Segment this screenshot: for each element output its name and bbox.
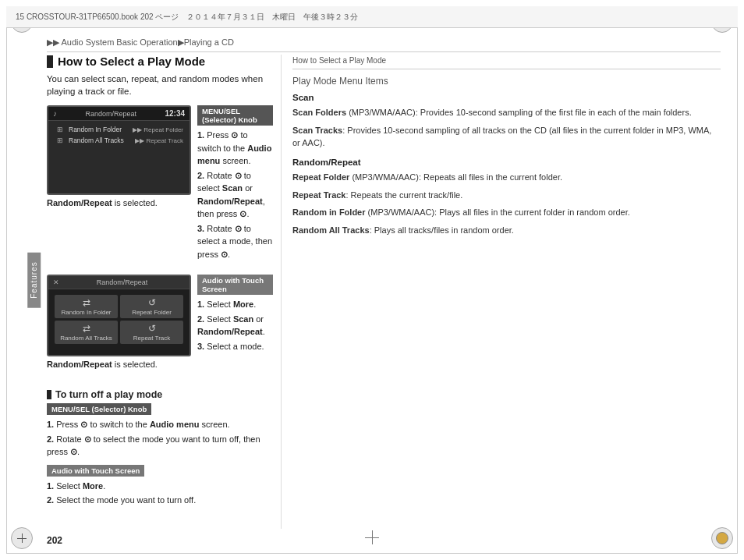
right-column: How to Select a Play Mode Play Mode Menu… [281,55,721,529]
sub-touch-instructions: Audio with Touch Screen 1. Select More. … [47,465,273,507]
screen2-grid: ⇄ Random In Folder ↺ Repeat Folder ⇄ Ran… [52,292,186,346]
header-bar: 15 CROSSTOUR-31TP66500.book 202 ページ ２０１４… [6,6,738,28]
sub-touch-step-1: 1. Select More. [47,480,273,493]
rc-random-repeat-section: Random/Repeat Repeat Folder (MP3/WMA/AAC… [292,156,721,236]
screen1-row1-label: Random In Folder [69,126,129,133]
screen1-body: ⊞ Random In Folder ▶▶ Repeat Folder ⊞ Ra… [48,121,190,149]
rc-scan-folders-text: (MP3/WMA/AAC): Provides 10-second sampli… [346,108,692,117]
screen2-caption: Random/Repeat is selected. [47,360,158,369]
instructions-menu: MENU/SEL (Selector) Knob 1. Press ⊙ to s… [197,105,273,262]
screen1-music-icon: ♪ [53,109,57,118]
screen2-btn3[interactable]: ⇄ Random All Tracks [55,321,118,344]
screen1-title: Random/Repeat [85,110,136,118]
screen1-row2-label: Random All Tracks [69,136,132,144]
rc-repeat-folder: Repeat Folder (MP3/WMA/AAC): Repeats all… [292,171,721,184]
rc-repeat-folder-label: Repeat Folder [292,172,349,182]
header-text: 15 CROSSTOUR-31TP66500.book 202 ページ ２０１４… [16,12,358,23]
screen2-caption-bold: Random/Repeat [47,360,112,369]
sub-menu-list: 1. Press ⊙ to switch to the Audio menu s… [47,418,273,459]
touch-step-2: 2. Select Scan or Random/Repeat. [197,313,273,338]
breadcrumb-divider [47,51,721,52]
instructions-touch: Audio with Touch Screen 1. Select More. … [197,275,273,354]
sub-section-title: To turn off a play mode [55,389,162,400]
menu-instr-list: 1. Press ⊙ to switch to the Audio menu s… [197,129,273,261]
rc-repeat-track-label: Repeat Track [292,190,345,200]
menu-instr-header: MENU/SEL (Selector) Knob [197,105,273,126]
sub-section-bar [47,390,51,399]
touch-step-1: 1. Select More. [197,298,273,311]
screen1-wrapper: ♪ Random/Repeat 12:34 ⊞ Random In Folder… [47,105,273,268]
rc-repeat-folder-text: (MP3/WMA/AAC): Repeats all files in the … [349,172,562,182]
sub-touch-header: Audio with Touch Screen [47,465,144,477]
rc-breadcrumb: How to Select a Play Mode [292,55,721,69]
left-column: How to Select a Play Mode You can select… [47,55,281,529]
sub-touch-step-2: 2. Select the mode you want to turn off. [47,494,273,507]
rc-repeat-track-text: : Repeats the current track/file. [345,190,462,200]
screen2-body: ⇄ Random In Folder ↺ Repeat Folder ⇄ Ran… [48,289,190,349]
menu-step-1: 1. Press ⊙ to switch to the Audio menu s… [197,129,273,168]
rc-scan-tracks: Scan Tracks: Provides 10-second sampling… [292,124,721,150]
sub-menu-step-2: 2. Rotate ⊙ to select the mode you want … [47,433,273,459]
screen1-row2-right: ▶▶ Repeat Track [135,137,183,144]
rc-random-folder: Random in Folder (MP3/WMA/AAC): Plays al… [292,206,721,219]
screen1-row1-right: ▶▶ Repeat Folder [133,126,183,133]
breadcrumb-prefix: ▶▶ [47,37,59,47]
rc-random-repeat-title: Random/Repeat [292,156,721,169]
screen2-btn2[interactable]: ↺ Repeat Folder [120,295,183,318]
features-tab: Features [27,252,41,307]
breadcrumb: ▶▶ Audio System Basic Operation▶Playing … [47,37,234,48]
rc-scan-title: Scan [292,91,721,105]
rc-scan-tracks-label: Scan Tracks [292,126,342,135]
breadcrumb-path: Audio System Basic Operation▶Playing a C… [61,37,233,47]
screen2-close-icon: ✕ [53,278,59,286]
sub-touch-list: 1. Select More. 2. Select the mode you w… [47,480,273,507]
section-title: How to Select a Play Mode [58,55,205,68]
screen2-header: ✕ Random/Repeat [48,276,190,289]
rc-random-all-label: Random All Tracks [292,225,370,235]
rc-random-all: Random All Tracks: Plays all tracks/file… [292,224,721,237]
screen1-header: ♪ Random/Repeat 12:34 [48,107,190,121]
screen1-mockup: ♪ Random/Repeat 12:34 ⊞ Random In Folder… [47,105,191,195]
screen1-row1-icon: ⊞ [55,126,66,133]
bottom-crosshair [365,530,379,544]
screen1-row1[interactable]: ⊞ Random In Folder ▶▶ Repeat Folder [52,124,186,135]
rc-random-all-text: : Plays all tracks/files in random order… [370,225,514,235]
rc-scan-folders: Scan Folders (MP3/WMA/AAC): Provides 10-… [292,106,721,119]
section-intro: You can select scan, repeat, and random … [47,73,273,97]
screen1-section: ♪ Random/Repeat 12:34 ⊞ Random In Folder… [47,105,191,217]
screen2-with-caption: ✕ Random/Repeat ⇄ Random In Folder ↺ [47,275,191,378]
touch-instr-header: Audio with Touch Screen [197,275,273,295]
sub-section-title-container: To turn off a play mode [47,389,273,400]
main-content: How to Select a Play Mode You can select… [47,55,721,529]
rc-scan-folders-label: Scan Folders [292,108,346,117]
rc-random-folder-text: (MP3/WMA/AAC): Plays all files in the cu… [366,207,630,217]
screen2-btn1[interactable]: ⇄ Random In Folder [55,295,118,318]
rc-section-title: Play Mode Menu Items [292,74,721,88]
menu-step-3: 3. Rotate ⊙ to select a mode, then press… [197,222,273,261]
screen1-caption-text: is selected. [112,198,158,207]
sub-menu-header: MENU/SEL (Selector) Knob [47,403,151,415]
page-number: 202 [47,535,62,546]
section-title-container: How to Select a Play Mode [47,55,273,68]
section-title-bar [47,55,53,68]
rc-random-folder-label: Random in Folder [292,207,366,217]
sub-menu-step-1: 1. Press ⊙ to switch to the Audio menu s… [47,418,273,431]
rc-scan-tracks-text: : Provides 10-second sampling of all tra… [292,126,711,148]
rc-repeat-track: Repeat Track: Repeats the current track/… [292,189,721,202]
touch-step-3: 3. Select a mode. [197,340,273,353]
screen2-caption-text: is selected. [112,360,158,369]
screen2-mockup: ✕ Random/Repeat ⇄ Random In Folder ↺ [47,275,191,356]
screen2-btn4[interactable]: ↺ Repeat Track [120,321,183,344]
screen1-row2[interactable]: ⊞ Random All Tracks ▶▶ Repeat Track [52,135,186,146]
screen1-caption: Random/Repeat is selected. [47,198,158,207]
screen1-time: 12:34 [165,109,185,118]
sub-menu-instructions: MENU/SEL (Selector) Knob 1. Press ⊙ to s… [47,403,273,459]
screen1-row2-icon: ⊞ [55,136,66,144]
touch-instr-list: 1. Select More. 2. Select Scan or Random… [197,298,273,353]
screen2-title: Random/Repeat [97,278,148,286]
sub-section: To turn off a play mode MENU/SEL (Select… [47,389,273,507]
menu-step-2: 2. Rotate ⊙ to select Scan or Random/Rep… [197,169,273,221]
screen1-caption-bold: Random/Repeat [47,198,112,207]
screen2-section: ✕ Random/Repeat ⇄ Random In Folder ↺ [47,275,273,378]
